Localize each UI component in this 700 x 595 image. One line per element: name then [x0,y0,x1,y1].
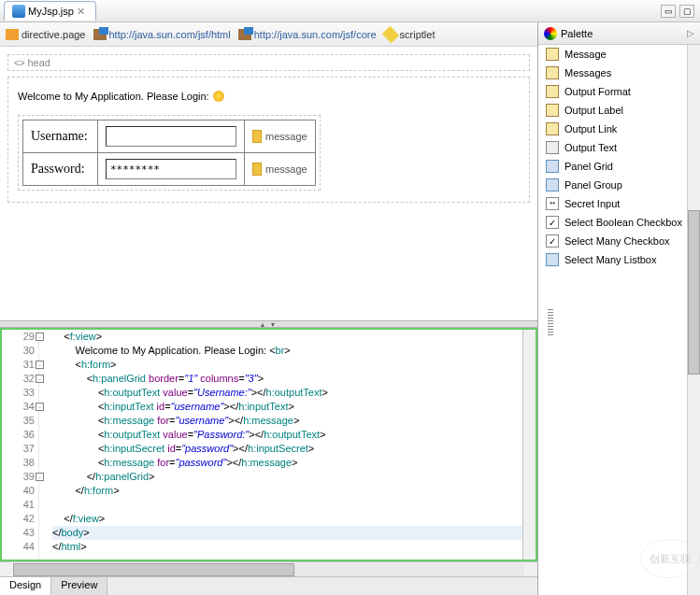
palette-item-label: Select Many Checkbox [564,235,670,247]
editor-tab[interactable]: MyJsp.jsp ✕ [4,1,96,21]
palette-item-label: Output Format [564,86,631,97]
palette-item[interactable]: ✓Select Boolean Checkbox [538,213,700,232]
palette-item-label: Messages [564,67,611,78]
palette-item[interactable]: Message [538,45,700,64]
minimize-button[interactable]: ▭ [661,5,676,18]
close-icon[interactable]: ✕ [77,6,88,17]
tab-title: MyJsp.jsp [28,6,74,17]
palette-item[interactable]: Messages [538,64,700,82]
editor-mode-tabs: Design Preview [0,576,537,595]
palette-item-label: Output Label [564,105,623,116]
component-icon [546,253,559,266]
jsp-file-icon [12,5,25,18]
welcome-text: Welcome to My Application. Please Login: [18,87,520,104]
preview-tab[interactable]: Preview [51,577,107,595]
source-code-pane[interactable]: 29-3031-32-3334-3536373839-4041424344 <f… [0,328,537,561]
username-input[interactable] [106,126,236,147]
palette-item[interactable]: Panel Group [538,176,700,194]
palette-item-label: Panel Group [564,179,622,191]
component-icon [546,48,559,61]
palette-item[interactable]: Output Format [538,82,700,101]
palette-item[interactable]: Output Text [538,138,700,157]
password-input[interactable] [106,159,236,179]
vertical-scrollbar[interactable] [522,330,536,560]
palette-item-label: Output Text [564,142,617,153]
component-icon: ✓ [546,234,559,248]
palette-header[interactable]: Palette ▷ [538,22,700,45]
taglib-icon [238,29,251,40]
head-section[interactable]: <> head [7,54,530,71]
palette-item[interactable]: Output Link [538,120,700,138]
username-label: Username: [23,120,98,153]
palette-item[interactable]: Select Many Listbox [538,250,700,269]
scriptlet-icon [381,25,398,42]
directive-page-item[interactable]: directive.page [6,29,86,40]
line-number-gutter: 29-3031-32-3334-3536373839-4041424344 [2,330,39,560]
taglib-toolbar: directive.page http://java.sun.com/jsf/h… [0,22,537,47]
palette-item[interactable]: Output Label [538,101,700,120]
password-label: Password: [23,153,98,186]
jsf-html-item[interactable]: http://java.sun.com/jsf/html [93,29,231,40]
panel-grid[interactable]: Username: message Password: message [18,115,321,191]
password-message: message [252,163,307,176]
palette-item-label: Select Many Listbox [564,254,656,265]
maximize-button[interactable]: ▢ [679,5,694,18]
palette-item[interactable]: ✓Select Many Checkbox [538,232,700,250]
lightbulb-icon [213,91,224,102]
username-message: message [252,130,307,143]
palette-list: MessageMessagesOutput FormatOutput Label… [538,45,700,595]
component-icon [546,178,559,191]
title-bar: MyJsp.jsp ✕ ▭ ▢ [0,0,700,22]
view-section[interactable]: Welcome to My Application. Please Login:… [7,77,530,203]
expand-icon[interactable]: ▷ [687,28,694,38]
component-icon: ** [546,197,559,210]
palette-item-label: Secret Input [564,198,620,209]
horizontal-scrollbar[interactable] [0,561,537,576]
palette-item[interactable]: Panel Grid [538,157,700,176]
horizontal-splitter[interactable]: ▴ ▾ [0,320,537,328]
palette-item-label: Panel Grid [564,161,613,172]
table-row: Password: message [23,153,316,186]
palette-item[interactable]: **Secret Input [538,194,700,213]
palette-title: Palette [561,28,593,39]
component-icon: ✓ [546,216,559,229]
palette-item-label: Message [564,49,607,60]
design-tab[interactable]: Design [0,577,51,595]
directive-icon [6,29,19,40]
message-icon [252,130,262,143]
component-icon [546,66,559,79]
component-icon [546,141,559,154]
palette-panel: Palette ▷ MessageMessagesOutput FormatOu… [538,22,700,595]
design-preview-pane[interactable]: <> head Welcome to My Application. Pleas… [0,47,537,320]
message-icon [252,163,262,176]
component-icon [546,104,559,117]
palette-scrollbar[interactable] [687,45,700,595]
scriptlet-item[interactable]: scriptlet [384,29,436,40]
component-icon [546,122,559,135]
resize-handle[interactable] [548,309,553,337]
taglib-icon [93,29,107,40]
jsf-core-item[interactable]: http://java.sun.com/jsf/core [238,29,377,40]
palette-icon [544,27,557,40]
palette-item-label: Output Link [564,123,617,135]
component-icon [546,160,559,173]
palette-item-label: Select Boolean Checkbox [564,217,682,228]
code-body[interactable]: <f:view> Welcome to My Application. Plea… [39,330,536,560]
component-icon [546,85,559,98]
table-row: Username: message [23,120,316,153]
